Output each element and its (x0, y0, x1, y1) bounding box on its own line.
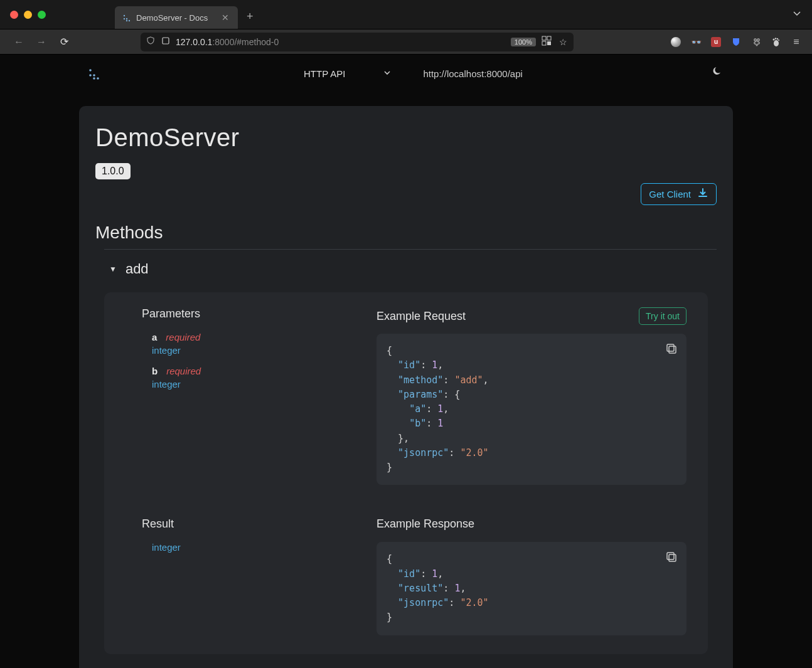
nav-reload-button[interactable]: ⟳ (55, 36, 73, 48)
tab-close-button[interactable]: ✕ (220, 13, 230, 23)
example-request-section: Example Request Try it out { "id": 1, "m… (377, 307, 686, 485)
example-response-heading: Example Response (377, 517, 686, 531)
browser-toolbar: ← → ⟳ 127.0.0.1:8000/#method-0 100% ☆ 👓 … (0, 29, 812, 55)
extension-sphere-icon[interactable] (670, 36, 681, 48)
page-title: DemoServer (95, 124, 717, 152)
svg-point-1 (124, 18, 125, 19)
api-selector[interactable]: HTTP API (304, 68, 392, 79)
bookmark-star-icon[interactable]: ☆ (557, 37, 569, 47)
result-section: Result integer (142, 517, 361, 635)
param-type[interactable]: integer (152, 379, 361, 390)
svg-point-17 (93, 74, 95, 77)
svg-point-14 (778, 40, 779, 41)
parameters-section: Parameters a required integer b required… (142, 307, 361, 485)
url-host: 127.0.0.1 (176, 37, 212, 47)
api-url: http://localhost:8000/api (423, 68, 522, 79)
svg-point-2 (126, 18, 127, 19)
download-icon (697, 188, 708, 201)
get-client-label: Get Client (649, 189, 691, 199)
window-titlebar: DemoServer - Docs ✕ + (0, 0, 812, 29)
result-type[interactable]: integer (152, 542, 361, 553)
result-heading: Result (142, 517, 361, 531)
qr-icon[interactable] (541, 36, 552, 48)
section-divider (104, 249, 717, 250)
param-name: a (152, 332, 157, 342)
extension-glasses-icon[interactable]: 👓 (690, 36, 702, 48)
svg-point-0 (124, 15, 125, 16)
svg-point-4 (129, 20, 130, 21)
svg-point-11 (773, 38, 775, 40)
response-json: { "id": 1, "result": 1, "jsonrpc": "2.0"… (387, 552, 676, 625)
method-body: Parameters a required integer b required… (104, 292, 708, 654)
svg-rect-8 (542, 41, 546, 45)
svg-rect-7 (547, 36, 551, 40)
copy-response-button[interactable] (665, 551, 678, 568)
svg-point-3 (126, 20, 127, 21)
version-badge: 1.0.0 (95, 163, 131, 179)
theme-toggle-button[interactable] (712, 66, 724, 82)
tabs-dropdown-icon[interactable] (792, 8, 802, 21)
request-code-block: { "id": 1, "method": "add", "params": { … (377, 334, 686, 485)
extensions-menu-icon[interactable] (751, 36, 762, 48)
svg-point-10 (774, 40, 779, 46)
svg-rect-20 (669, 346, 676, 353)
extension-ublock-icon[interactable]: u (710, 36, 722, 48)
app-logo-icon[interactable] (88, 66, 103, 81)
expand-arrow-icon: ▼ (109, 265, 117, 273)
method-header-add[interactable]: ▼ add (109, 261, 717, 277)
svg-point-13 (777, 38, 778, 39)
tab-title: DemoServer - Docs (136, 13, 215, 23)
window-minimize-button[interactable] (24, 11, 32, 19)
tab-favicon-icon (122, 13, 131, 22)
example-response-section: Example Response { "id": 1, "result": 1,… (377, 517, 686, 635)
url-bar[interactable]: 127.0.0.1:8000/#method-0 100% ☆ (141, 33, 574, 51)
method-name: add (126, 261, 149, 277)
svg-rect-5 (163, 38, 169, 44)
copy-request-button[interactable] (665, 342, 678, 359)
zoom-badge[interactable]: 100% (511, 38, 536, 46)
response-code-block: { "id": 1, "result": 1, "jsonrpc": "2.0"… (377, 542, 686, 635)
url-path: :8000/#method-0 (212, 37, 279, 47)
parameters-heading: Parameters (142, 307, 361, 321)
svg-rect-23 (667, 553, 674, 559)
param-name: b (152, 366, 158, 376)
extension-bitwarden-icon[interactable] (730, 36, 742, 48)
param-required-label: required (166, 332, 200, 342)
get-client-button[interactable]: Get Client (641, 183, 717, 205)
try-it-out-button[interactable]: Try it out (639, 307, 686, 325)
svg-point-15 (89, 69, 92, 72)
app-menu-icon[interactable]: ≡ (791, 36, 802, 48)
window-close-button[interactable] (10, 11, 18, 19)
svg-rect-6 (542, 36, 546, 40)
methods-heading: Methods (95, 223, 717, 243)
gnome-foot-icon[interactable] (771, 36, 782, 48)
app-header: HTTP API http://localhost:8000/api (0, 55, 812, 92)
url-text: 127.0.0.1:8000/#method-0 (176, 37, 506, 47)
param-b: b required integer (152, 366, 361, 390)
new-tab-button[interactable]: + (247, 10, 254, 23)
shield-icon[interactable] (146, 36, 156, 47)
browser-tab[interactable]: DemoServer - Docs ✕ (115, 6, 238, 29)
svg-point-19 (97, 77, 99, 80)
traffic-lights (10, 11, 46, 19)
page-viewport: HTTP API http://localhost:8000/api DemoS… (0, 55, 812, 668)
chevron-down-icon (383, 68, 392, 79)
svg-rect-9 (547, 41, 551, 45)
api-selector-label: HTTP API (304, 68, 345, 79)
param-type[interactable]: integer (152, 345, 361, 356)
window-maximize-button[interactable] (38, 11, 46, 19)
svg-point-18 (93, 77, 95, 80)
param-a: a required integer (152, 332, 361, 356)
nav-back-button[interactable]: ← (10, 36, 28, 48)
svg-point-12 (775, 38, 777, 40)
request-json: { "id": 1, "method": "add", "params": { … (387, 344, 676, 475)
example-request-heading: Example Request (377, 310, 466, 323)
svg-point-16 (89, 74, 92, 77)
page-info-icon[interactable] (161, 36, 171, 47)
param-required-label: required (166, 366, 201, 376)
svg-rect-21 (667, 344, 674, 351)
toolbar-extensions: 👓 u ≡ (670, 36, 802, 48)
nav-forward-button[interactable]: → (33, 36, 50, 48)
main-card: DemoServer 1.0.0 Get Client Methods ▼ ad… (79, 106, 733, 668)
svg-rect-22 (669, 554, 676, 561)
